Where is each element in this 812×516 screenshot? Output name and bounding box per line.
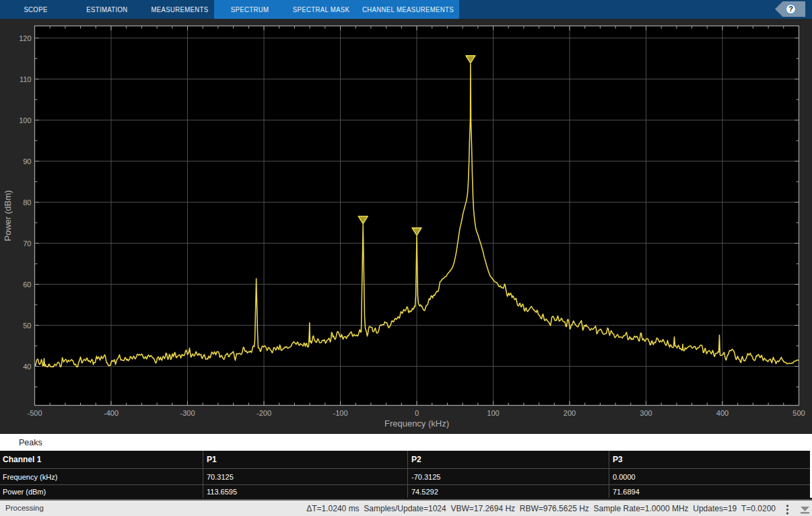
svg-text:200: 200 bbox=[564, 409, 576, 417]
svg-text:0: 0 bbox=[415, 409, 419, 417]
svg-text:40: 40 bbox=[23, 363, 31, 371]
svg-text:90: 90 bbox=[23, 157, 31, 165]
svg-text:Power (dBm): Power (dBm) bbox=[3, 190, 13, 242]
svg-text:70: 70 bbox=[23, 239, 31, 248]
svg-text:50: 50 bbox=[23, 322, 31, 330]
svg-text:-200: -200 bbox=[257, 409, 271, 417]
svg-text:500: 500 bbox=[792, 409, 805, 417]
svg-text:80: 80 bbox=[23, 198, 31, 207]
svg-text:-300: -300 bbox=[180, 409, 195, 417]
svg-text:-400: -400 bbox=[104, 409, 119, 417]
svg-text:100: 100 bbox=[19, 116, 31, 124]
svg-text:60: 60 bbox=[23, 281, 31, 289]
svg-text:120: 120 bbox=[19, 34, 31, 42]
svg-text:400: 400 bbox=[716, 409, 729, 417]
svg-text:-100: -100 bbox=[333, 409, 347, 417]
svg-text:110: 110 bbox=[20, 75, 32, 83]
svg-text:300: 300 bbox=[640, 409, 652, 417]
svg-text:-500: -500 bbox=[27, 409, 42, 417]
svg-text:100: 100 bbox=[487, 409, 499, 417]
svg-text:Frequency (kHz): Frequency (kHz) bbox=[384, 418, 449, 429]
